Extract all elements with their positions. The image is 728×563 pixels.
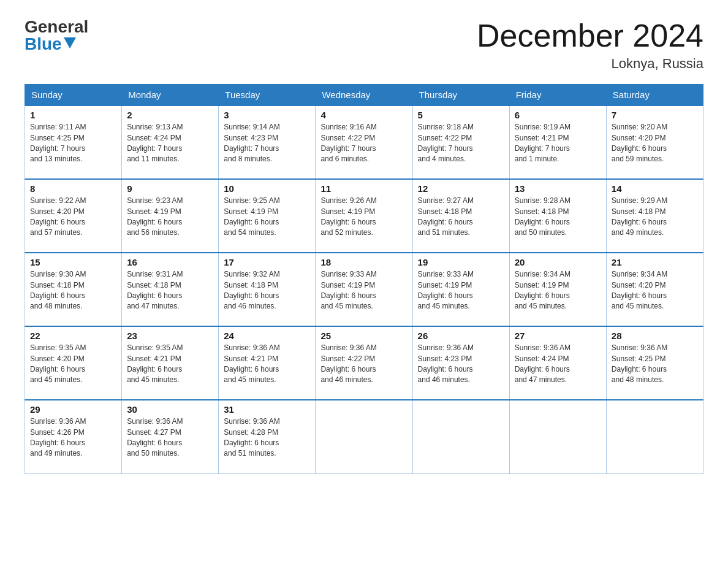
weekday-header-saturday: Saturday <box>606 85 703 106</box>
calendar-cell <box>509 400 606 473</box>
weekday-header-monday: Monday <box>122 85 219 106</box>
month-title: December 2024 <box>477 18 703 53</box>
day-info: Sunrise: 9:13 AMSunset: 4:24 PMDaylight:… <box>127 122 213 165</box>
day-number: 21 <box>612 257 698 267</box>
calendar-cell: 6Sunrise: 9:19 AMSunset: 4:21 PMDaylight… <box>509 105 606 179</box>
day-info: Sunrise: 9:25 AMSunset: 4:19 PMDaylight:… <box>224 196 310 239</box>
calendar-cell: 16Sunrise: 9:31 AMSunset: 4:18 PMDayligh… <box>122 253 219 326</box>
calendar-cell: 8Sunrise: 9:22 AMSunset: 4:20 PMDaylight… <box>25 179 122 253</box>
calendar-week-row: 8Sunrise: 9:22 AMSunset: 4:20 PMDaylight… <box>25 179 703 253</box>
day-number: 8 <box>30 183 116 194</box>
day-info: Sunrise: 9:26 AMSunset: 4:19 PMDaylight:… <box>320 196 407 239</box>
day-number: 25 <box>320 331 407 341</box>
calendar-cell: 3Sunrise: 9:14 AMSunset: 4:23 PMDaylight… <box>219 105 316 179</box>
weekday-header-sunday: Sunday <box>25 85 122 106</box>
weekday-header-wednesday: Wednesday <box>316 85 412 106</box>
calendar-cell: 20Sunrise: 9:34 AMSunset: 4:19 PMDayligh… <box>509 253 606 326</box>
day-number: 11 <box>320 183 407 194</box>
calendar-cell: 28Sunrise: 9:36 AMSunset: 4:25 PMDayligh… <box>606 326 703 400</box>
day-info: Sunrise: 9:23 AMSunset: 4:19 PMDaylight:… <box>127 196 213 239</box>
day-number: 27 <box>515 331 601 341</box>
day-info: Sunrise: 9:31 AMSunset: 4:18 PMDaylight:… <box>127 269 213 312</box>
day-number: 15 <box>30 257 116 267</box>
day-number: 3 <box>224 110 310 120</box>
calendar-cell: 25Sunrise: 9:36 AMSunset: 4:22 PMDayligh… <box>316 326 412 400</box>
calendar-cell: 9Sunrise: 9:23 AMSunset: 4:19 PMDaylight… <box>122 179 219 253</box>
calendar-week-row: 15Sunrise: 9:30 AMSunset: 4:18 PMDayligh… <box>25 253 703 326</box>
day-info: Sunrise: 9:34 AMSunset: 4:20 PMDaylight:… <box>612 269 698 312</box>
day-number: 28 <box>612 331 698 341</box>
day-info: Sunrise: 9:35 AMSunset: 4:21 PMDaylight:… <box>127 343 213 386</box>
calendar-week-row: 1Sunrise: 9:11 AMSunset: 4:25 PMDaylight… <box>25 105 703 179</box>
day-number: 5 <box>418 110 504 120</box>
day-info: Sunrise: 9:36 AMSunset: 4:28 PMDaylight:… <box>224 416 310 459</box>
calendar-cell: 31Sunrise: 9:36 AMSunset: 4:28 PMDayligh… <box>219 400 316 473</box>
day-number: 13 <box>515 183 601 194</box>
calendar-week-row: 29Sunrise: 9:36 AMSunset: 4:26 PMDayligh… <box>25 400 703 473</box>
day-info: Sunrise: 9:29 AMSunset: 4:18 PMDaylight:… <box>612 196 698 239</box>
calendar-cell <box>412 400 509 473</box>
calendar-cell: 2Sunrise: 9:13 AMSunset: 4:24 PMDaylight… <box>122 105 219 179</box>
calendar-cell <box>606 400 703 473</box>
day-info: Sunrise: 9:19 AMSunset: 4:21 PMDaylight:… <box>515 122 601 165</box>
page-header: General Blue December 2024 Loknya, Russi… <box>25 18 703 72</box>
weekday-header-row: SundayMondayTuesdayWednesdayThursdayFrid… <box>25 85 703 106</box>
calendar-cell: 14Sunrise: 9:29 AMSunset: 4:18 PMDayligh… <box>606 179 703 253</box>
day-number: 4 <box>320 110 407 120</box>
day-number: 9 <box>127 183 213 194</box>
day-info: Sunrise: 9:36 AMSunset: 4:22 PMDaylight:… <box>320 343 407 386</box>
weekday-header-tuesday: Tuesday <box>219 85 316 106</box>
day-number: 14 <box>612 183 698 194</box>
calendar-cell: 10Sunrise: 9:25 AMSunset: 4:19 PMDayligh… <box>219 179 316 253</box>
day-number: 6 <box>515 110 601 120</box>
day-info: Sunrise: 9:28 AMSunset: 4:18 PMDaylight:… <box>515 196 601 239</box>
day-number: 19 <box>418 257 504 267</box>
day-info: Sunrise: 9:35 AMSunset: 4:20 PMDaylight:… <box>30 343 116 386</box>
calendar-cell: 5Sunrise: 9:18 AMSunset: 4:22 PMDaylight… <box>412 105 509 179</box>
day-info: Sunrise: 9:33 AMSunset: 4:19 PMDaylight:… <box>418 269 504 312</box>
day-number: 18 <box>320 257 407 267</box>
calendar-cell: 22Sunrise: 9:35 AMSunset: 4:20 PMDayligh… <box>25 326 122 400</box>
calendar-cell: 24Sunrise: 9:36 AMSunset: 4:21 PMDayligh… <box>219 326 316 400</box>
day-info: Sunrise: 9:14 AMSunset: 4:23 PMDaylight:… <box>224 122 310 165</box>
calendar-cell: 26Sunrise: 9:36 AMSunset: 4:23 PMDayligh… <box>412 326 509 400</box>
day-info: Sunrise: 9:34 AMSunset: 4:19 PMDaylight:… <box>515 269 601 312</box>
calendar-cell: 15Sunrise: 9:30 AMSunset: 4:18 PMDayligh… <box>25 253 122 326</box>
calendar-cell: 27Sunrise: 9:36 AMSunset: 4:24 PMDayligh… <box>509 326 606 400</box>
calendar-cell: 21Sunrise: 9:34 AMSunset: 4:20 PMDayligh… <box>606 253 703 326</box>
calendar-cell: 23Sunrise: 9:35 AMSunset: 4:21 PMDayligh… <box>122 326 219 400</box>
day-info: Sunrise: 9:16 AMSunset: 4:22 PMDaylight:… <box>320 122 407 165</box>
day-number: 31 <box>224 404 310 415</box>
day-info: Sunrise: 9:36 AMSunset: 4:24 PMDaylight:… <box>515 343 601 386</box>
day-number: 17 <box>224 257 310 267</box>
calendar-cell: 7Sunrise: 9:20 AMSunset: 4:20 PMDaylight… <box>606 105 703 179</box>
calendar-table: SundayMondayTuesdayWednesdayThursdayFrid… <box>25 84 703 474</box>
day-number: 12 <box>418 183 504 194</box>
day-number: 20 <box>515 257 601 267</box>
day-number: 2 <box>127 110 213 120</box>
calendar-cell: 4Sunrise: 9:16 AMSunset: 4:22 PMDaylight… <box>316 105 412 179</box>
weekday-header-friday: Friday <box>509 85 606 106</box>
calendar-week-row: 22Sunrise: 9:35 AMSunset: 4:20 PMDayligh… <box>25 326 703 400</box>
day-info: Sunrise: 9:36 AMSunset: 4:21 PMDaylight:… <box>224 343 310 386</box>
logo-blue-text: Blue <box>25 36 76 53</box>
day-number: 22 <box>30 331 116 341</box>
day-info: Sunrise: 9:36 AMSunset: 4:26 PMDaylight:… <box>30 416 116 459</box>
logo-general-text: General <box>25 18 88 36</box>
calendar-cell: 12Sunrise: 9:27 AMSunset: 4:18 PMDayligh… <box>412 179 509 253</box>
title-block: December 2024 Loknya, Russia <box>477 18 703 72</box>
calendar-cell: 30Sunrise: 9:36 AMSunset: 4:27 PMDayligh… <box>122 400 219 473</box>
day-info: Sunrise: 9:22 AMSunset: 4:20 PMDaylight:… <box>30 196 116 239</box>
day-info: Sunrise: 9:33 AMSunset: 4:19 PMDaylight:… <box>320 269 407 312</box>
day-info: Sunrise: 9:36 AMSunset: 4:27 PMDaylight:… <box>127 416 213 459</box>
calendar-cell: 29Sunrise: 9:36 AMSunset: 4:26 PMDayligh… <box>25 400 122 473</box>
day-info: Sunrise: 9:32 AMSunset: 4:18 PMDaylight:… <box>224 269 310 312</box>
logo: General Blue <box>25 18 88 53</box>
calendar-cell: 1Sunrise: 9:11 AMSunset: 4:25 PMDaylight… <box>25 105 122 179</box>
day-number: 26 <box>418 331 504 341</box>
day-number: 16 <box>127 257 213 267</box>
calendar-cell: 18Sunrise: 9:33 AMSunset: 4:19 PMDayligh… <box>316 253 412 326</box>
day-number: 23 <box>127 331 213 341</box>
day-info: Sunrise: 9:27 AMSunset: 4:18 PMDaylight:… <box>418 196 504 239</box>
location-label: Loknya, Russia <box>477 56 703 72</box>
